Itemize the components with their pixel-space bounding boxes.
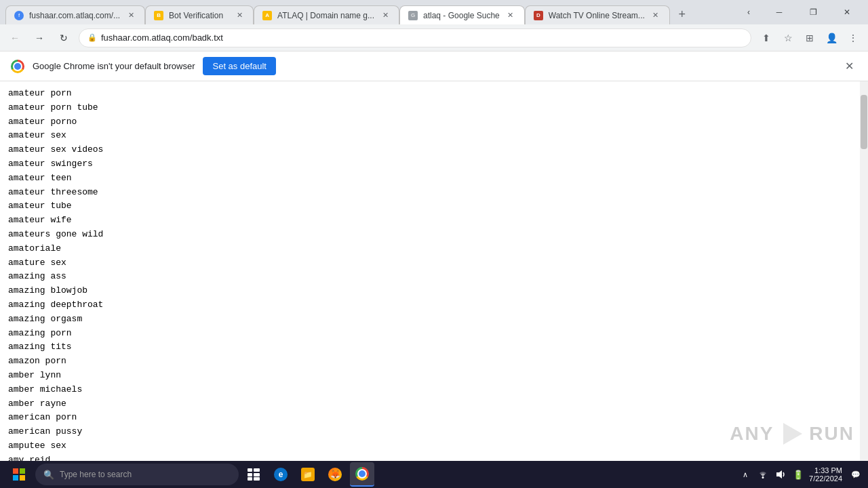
- content-line: amateur porn: [8, 87, 852, 101]
- tray-chevron[interactable]: ∧: [738, 468, 752, 481]
- edge-taskbar-button[interactable]: e: [269, 462, 293, 487]
- taskbar-search[interactable]: 🔍 Type here to search: [35, 464, 239, 485]
- back-button[interactable]: ←: [5, 28, 24, 47]
- tab5-label: Watch TV Online Stream...: [549, 11, 645, 20]
- close-button[interactable]: ✕: [831, 0, 863, 24]
- taskbar-clock[interactable]: 1:33 PM 7/22/2024: [809, 466, 842, 483]
- content-line: amature sex: [8, 256, 852, 270]
- svg-rect-4: [20, 475, 25, 481]
- tab4-close[interactable]: ✕: [505, 10, 516, 21]
- new-tab-button[interactable]: +: [673, 5, 692, 24]
- svg-rect-7: [248, 473, 252, 476]
- chrome-taskbar-icon: [355, 467, 369, 481]
- content-line: amateur swingers: [8, 157, 852, 171]
- share-button[interactable]: ⬆: [757, 28, 776, 47]
- content-line: amputee sex: [8, 439, 852, 453]
- content-line: amateur porn tube: [8, 101, 852, 115]
- content-line: amazing blowjob: [8, 284, 852, 298]
- content-line: amatoriale: [8, 242, 852, 256]
- address-bar: ← → ↻ 🔒 fushaar.com.atlaq.com/badk.txt ⬆…: [0, 24, 868, 52]
- task-view-button[interactable]: [241, 462, 266, 487]
- tab1-close[interactable]: ✕: [125, 10, 136, 21]
- svg-rect-9: [248, 477, 252, 481]
- tab5-favicon: D: [534, 11, 543, 20]
- profile-button[interactable]: 👤: [822, 28, 841, 47]
- tab3-label: ATLAQ | Domain name g...: [277, 11, 374, 20]
- reload-button[interactable]: ↻: [54, 28, 73, 47]
- tab4-favicon: G: [408, 11, 418, 20]
- tab2-close[interactable]: ✕: [234, 10, 245, 21]
- address-actions: ⬆ ☆ ⊞ 👤 ⋮: [757, 28, 863, 47]
- scrollbar-thumb[interactable]: [861, 95, 867, 149]
- content-line: amateur teen: [8, 171, 852, 186]
- volume-icon[interactable]: [774, 468, 787, 481]
- battery-icon[interactable]: 🔋: [791, 468, 805, 481]
- task-view-icon: [248, 468, 260, 481]
- tab2-label: Bot Verification: [169, 11, 229, 20]
- chrome-taskbar-button[interactable]: [350, 462, 374, 487]
- content-line: amazing deepthroat: [8, 298, 852, 312]
- file-explorer-icon: 📁: [301, 468, 315, 481]
- notification-close[interactable]: ✕: [841, 58, 857, 75]
- bookmark-button[interactable]: ☆: [778, 28, 797, 47]
- tab-scroll-controls: ‹: [739, 3, 758, 22]
- tab5-close[interactable]: ✕: [650, 10, 661, 21]
- svg-point-11: [762, 476, 764, 479]
- svg-rect-8: [254, 473, 260, 476]
- content-line: amazing porn: [8, 327, 852, 341]
- content-line: amazon porn: [8, 354, 852, 369]
- title-bar: f fushaar.com.atlaq.com/... ✕ B Bot Veri…: [0, 0, 868, 24]
- tabs-area: f fushaar.com.atlaq.com/... ✕ B Bot Veri…: [5, 0, 734, 24]
- svg-rect-2: [20, 468, 25, 474]
- lock-icon: 🔒: [87, 33, 97, 42]
- content-line: amber lynn: [8, 369, 852, 383]
- scrollbar[interactable]: [860, 81, 868, 461]
- content-line: american pussy: [8, 425, 852, 439]
- tab-2[interactable]: B Bot Verification ✕: [145, 5, 254, 24]
- set-default-button[interactable]: Set as default: [203, 57, 276, 75]
- content-line: amateur porno: [8, 115, 852, 129]
- windows-logo-icon: [13, 468, 25, 481]
- watermark-text: ANY: [730, 423, 774, 445]
- taskbar-search-placeholder: Type here to search: [60, 470, 132, 479]
- network-icon[interactable]: [756, 468, 770, 481]
- address-input-wrapper[interactable]: 🔒 fushaar.com.atlaq.com/badk.txt: [79, 28, 751, 47]
- page-content: amateur pornamateur porn tubeamateur por…: [0, 81, 860, 461]
- wifi-icon: [757, 470, 768, 479]
- svg-rect-5: [248, 468, 252, 472]
- taskbar-search-icon: 🔍: [43, 470, 54, 480]
- start-button[interactable]: [5, 462, 33, 487]
- window-controls: ─ ❐ ✕: [764, 0, 863, 24]
- watermark: ANY RUN: [730, 420, 854, 447]
- taskbar: 🔍 Type here to search e 📁 🦊: [0, 461, 868, 488]
- firefox-icon: 🦊: [328, 468, 342, 481]
- tab-3[interactable]: A ATLAQ | Domain name g... ✕: [254, 5, 399, 24]
- address-text: fushaar.com.atlaq.com/badk.txt: [101, 33, 743, 43]
- tab-scroll-left[interactable]: ‹: [739, 3, 758, 22]
- content-line: amateur threesome: [8, 186, 852, 200]
- firefox-button[interactable]: 🦊: [323, 462, 347, 487]
- content-line: american porn: [8, 411, 852, 425]
- menu-button[interactable]: ⋮: [844, 28, 863, 47]
- tab3-close[interactable]: ✕: [380, 10, 391, 21]
- file-explorer-button[interactable]: 📁: [296, 462, 320, 487]
- minimize-button[interactable]: ─: [764, 0, 795, 24]
- tab-4[interactable]: G atlaq - Google Suche ✕: [399, 5, 525, 24]
- svg-marker-12: [776, 470, 782, 479]
- tab2-favicon: B: [154, 11, 163, 20]
- watermark-run-text: RUN: [809, 423, 854, 445]
- content-line: amber rayne: [8, 397, 852, 411]
- tab-1[interactable]: f fushaar.com.atlaq.com/... ✕: [5, 5, 145, 24]
- notification-bar: Google Chrome isn't your default browser…: [0, 52, 868, 81]
- watermark-play-icon: [778, 420, 805, 447]
- notifications-button[interactable]: 💬: [849, 468, 863, 481]
- maximize-button[interactable]: ❐: [797, 0, 829, 24]
- forward-button[interactable]: →: [30, 28, 49, 47]
- tab-5[interactable]: D Watch TV Online Stream... ✕: [525, 5, 670, 24]
- svg-rect-3: [13, 475, 18, 481]
- content-line: amy reid: [8, 453, 852, 461]
- notification-message: Google Chrome isn't your default browser: [33, 61, 195, 71]
- split-view-button[interactable]: ⊞: [800, 28, 819, 47]
- content-area: amateur pornamateur porn tubeamateur por…: [0, 81, 868, 461]
- content-line: amateur wife: [8, 214, 852, 228]
